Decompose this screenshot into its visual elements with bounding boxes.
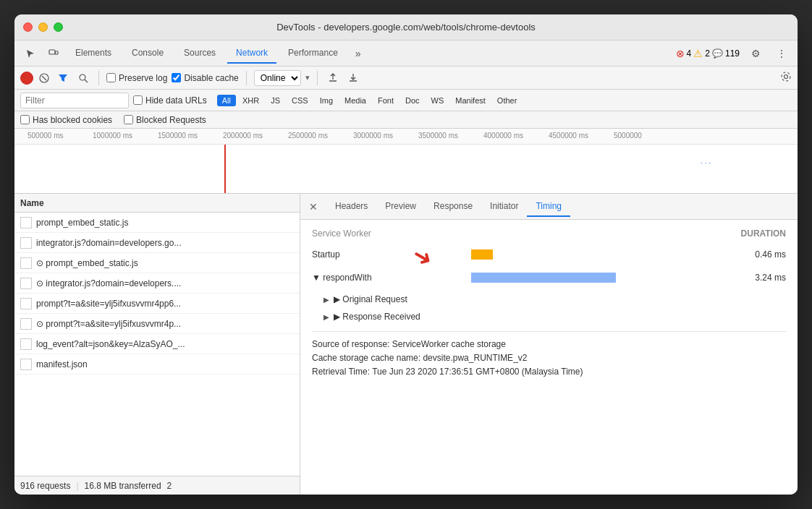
list-footer: 916 requests | 16.8 MB transferred 2 [14,476,300,495]
tab-elements[interactable]: Elements [67,43,120,64]
info-line-1: Cache storage cache name: devsite.pwa_RU… [312,351,786,365]
list-item[interactable]: ⊙ integrator.js?domain=developers.... [14,273,300,294]
type-media[interactable]: Media [339,95,371,106]
list-item[interactable]: ⊙ prompt?t=a&site=ylj5ifxusvvmr4p... [14,314,300,334]
settings-network-button[interactable] [780,71,792,85]
tab-initiator[interactable]: Initiator [481,197,527,217]
type-img[interactable]: Img [315,95,338,106]
device-toolbar-icon[interactable] [43,43,64,64]
file-icon [20,257,32,269]
tab-console[interactable]: Console [123,43,172,64]
request-count: 916 requests [20,481,70,491]
disable-cache-label[interactable]: Disable cache [172,73,238,83]
list-item[interactable]: prompt?t=a&site=ylj5ifxusvvmr4pp6... [14,294,300,314]
type-other[interactable]: Other [492,95,523,106]
has-blocked-cookies-checkbox[interactable] [20,115,30,124]
message-count: 119 [725,48,740,59]
toolbar-separator [98,71,99,85]
list-item[interactable]: manifest.json [14,354,300,375]
network-toolbar: Preserve log Disable cache Online ▾ [14,67,798,90]
clear-button[interactable] [38,72,51,85]
type-doc[interactable]: Doc [400,95,425,106]
blocked-requests-checkbox[interactable] [124,115,133,124]
type-js[interactable]: JS [266,95,285,106]
settings-button[interactable]: ⚙ [745,43,766,64]
throttle-arrow: ▾ [305,73,310,82]
svg-point-6 [784,75,788,79]
list-item[interactable]: ⊙ prompt_embed_static.js [14,253,300,273]
record-button[interactable] [20,72,33,85]
type-manifest[interactable]: Manifest [450,95,491,106]
duration-label: DURATION [741,228,786,239]
respond-with-value: 3.24 ms [728,273,786,283]
has-blocked-cookies-label[interactable]: Has blocked cookies [20,115,112,125]
more-options-button[interactable]: ⋮ [771,43,792,64]
list-item[interactable]: integrator.js?domain=developers.go... [14,233,300,253]
blocked-requests-label[interactable]: Blocked Requests [124,115,206,125]
close-panel-button[interactable]: ✕ [306,200,321,214]
preserve-log-label[interactable]: Preserve log [106,73,167,83]
maximize-button[interactable] [54,22,63,32]
cursor-icon[interactable] [20,43,41,64]
tab-timing[interactable]: Timing [527,197,570,217]
tab-performance[interactable]: Performance [279,43,347,64]
tab-sources[interactable]: Sources [175,43,224,64]
detail-panel: ✕ Headers Preview Response Initiator Tim… [300,194,798,495]
original-request-label: ▶ Original Request [334,294,407,304]
tick-5: 3000000 ms [353,132,393,140]
original-request-row[interactable]: ▶ ▶ Original Request [323,291,786,308]
more-tabs-button[interactable]: » [350,45,367,62]
tab-preview[interactable]: Preview [376,197,425,217]
svg-point-4 [80,74,85,80]
timeline-area: 500000 ms 1000000 ms 1500000 ms 2000000 … [14,129,798,194]
error-count: 4 [687,48,692,59]
file-icon [20,298,32,309]
file-icon [20,217,32,228]
timeline-ruler: 500000 ms 1000000 ms 1500000 ms 2000000 … [14,129,798,145]
tab-network[interactable]: Network [227,43,276,64]
import-button[interactable] [325,70,341,86]
minimize-button[interactable] [38,22,48,32]
timeline-chart[interactable]: · · · [14,145,798,193]
footer-extra: 2 [167,481,172,491]
right-controls: ⊗ 4 ⚠ 2 💬 119 ⚙ ⋮ [676,43,792,64]
tick-2: 1500000 ms [158,132,198,140]
tab-response[interactable]: Response [425,197,481,217]
preserve-log-checkbox[interactable] [106,73,116,82]
list-item[interactable]: prompt_embed_static.js [14,213,300,233]
disable-cache-checkbox[interactable] [172,73,181,82]
devtools-window: DevTools - developers.google.com/web/too… [14,14,798,495]
response-received-row[interactable]: ▶ ▶ Response Received [323,308,786,325]
type-ws[interactable]: WS [426,95,449,106]
error-icon: ⊗ [676,48,685,59]
hide-data-urls-checkbox[interactable] [133,95,143,105]
throttle-select[interactable]: Online [254,70,301,86]
hide-data-urls-label[interactable]: Hide data URLs [133,95,207,106]
type-all[interactable]: All [217,95,236,106]
window-title: DevTools - developers.google.com/web/too… [276,22,536,33]
info-line-0: Source of response: ServiceWorker cache … [312,338,786,351]
type-font[interactable]: Font [373,95,399,106]
error-badge[interactable]: ⊗ 4 ⚠ 2 💬 119 [676,48,740,59]
svg-point-7 [782,72,790,81]
info-line-2: Retrieval Time: Tue Jun 23 2020 17:36:51… [312,365,786,379]
info-text: Source of response: ServiceWorker cache … [312,338,786,380]
type-xhr[interactable]: XHR [237,95,264,106]
tree-arrow-icon-2: ▶ [323,313,331,321]
filter-bar: Hide data URLs All XHR JS CSS Img Media … [14,90,798,111]
search-button[interactable] [75,70,91,86]
list-body[interactable]: prompt_embed_static.js integrator.js?dom… [14,213,300,476]
divider [312,331,786,332]
export-button[interactable] [345,70,361,86]
filter-input[interactable] [20,93,129,108]
list-item[interactable]: log_event?alt=json&key=AlzaSyAO_... [14,334,300,354]
tab-headers[interactable]: Headers [326,197,376,217]
title-bar: DevTools - developers.google.com/web/too… [14,14,798,40]
startup-bar-area: ➜ [413,249,728,260]
filter-button[interactable] [55,70,71,86]
close-button[interactable] [23,22,33,32]
tick-3: 2000000 ms [223,132,263,140]
detail-body: Service Worker DURATION Startup ➜ 0.46 m… [300,220,798,495]
respond-with-row: ▼ respondWith 3.24 ms [312,268,786,288]
type-css[interactable]: CSS [287,95,313,106]
